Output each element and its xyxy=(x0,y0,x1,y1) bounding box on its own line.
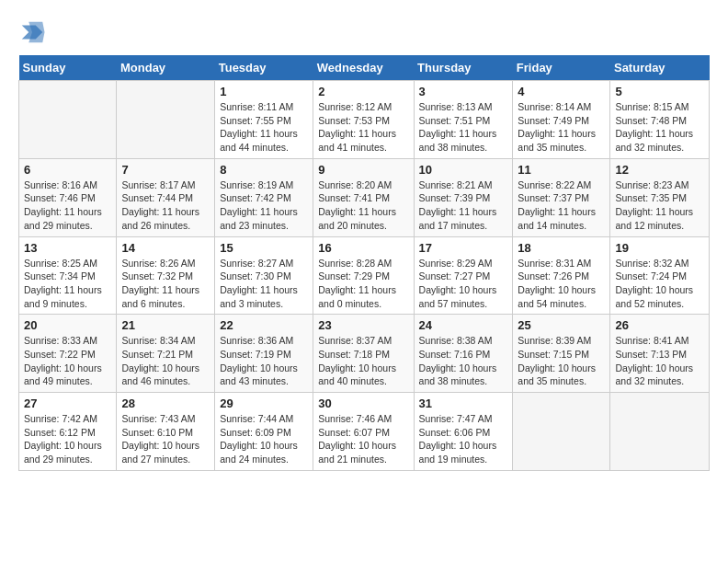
week-row-3: 13Sunrise: 8:25 AMSunset: 7:34 PMDayligh… xyxy=(19,236,710,315)
day-cell: 1Sunrise: 8:11 AMSunset: 7:55 PMDaylight… xyxy=(215,81,313,159)
day-cell: 23Sunrise: 8:37 AMSunset: 7:18 PMDayligh… xyxy=(313,315,414,393)
day-info: Sunrise: 8:12 AMSunset: 7:53 PMDaylight:… xyxy=(318,100,408,155)
day-number: 18 xyxy=(518,241,605,255)
day-cell: 18Sunrise: 8:31 AMSunset: 7:26 PMDayligh… xyxy=(513,236,610,315)
day-info: Sunrise: 8:11 AMSunset: 7:55 PMDaylight:… xyxy=(220,100,308,155)
day-info: Sunrise: 7:47 AMSunset: 6:06 PMDaylight:… xyxy=(419,412,508,466)
day-cell: 22Sunrise: 8:36 AMSunset: 7:19 PMDayligh… xyxy=(215,315,313,393)
day-info: Sunrise: 8:28 AMSunset: 7:29 PMDaylight:… xyxy=(318,257,408,311)
day-cell: 20Sunrise: 8:33 AMSunset: 7:22 PMDayligh… xyxy=(19,315,117,393)
week-row-1: 1Sunrise: 8:11 AMSunset: 7:55 PMDaylight… xyxy=(19,81,710,159)
day-cell xyxy=(610,393,710,471)
day-cell xyxy=(117,81,215,159)
day-number: 14 xyxy=(121,241,210,255)
day-number: 16 xyxy=(318,241,408,255)
day-cell: 21Sunrise: 8:34 AMSunset: 7:21 PMDayligh… xyxy=(117,315,215,393)
day-info: Sunrise: 8:34 AMSunset: 7:21 PMDaylight:… xyxy=(121,334,210,388)
week-row-4: 20Sunrise: 8:33 AMSunset: 7:22 PMDayligh… xyxy=(19,315,710,393)
day-cell xyxy=(513,393,610,471)
weekday-saturday: Saturday xyxy=(610,55,710,81)
day-info: Sunrise: 7:43 AMSunset: 6:10 PMDaylight:… xyxy=(121,412,210,466)
day-number: 6 xyxy=(24,163,111,177)
day-cell: 28Sunrise: 7:43 AMSunset: 6:10 PMDayligh… xyxy=(117,393,215,471)
day-info: Sunrise: 8:27 AMSunset: 7:30 PMDaylight:… xyxy=(220,257,308,311)
day-info: Sunrise: 8:16 AMSunset: 7:46 PMDaylight:… xyxy=(24,178,111,233)
day-number: 23 xyxy=(318,318,408,332)
day-cell: 31Sunrise: 7:47 AMSunset: 6:06 PMDayligh… xyxy=(414,393,513,471)
day-info: Sunrise: 7:46 AMSunset: 6:07 PMDaylight:… xyxy=(318,412,408,466)
day-cell: 19Sunrise: 8:32 AMSunset: 7:24 PMDayligh… xyxy=(610,236,710,315)
day-cell: 10Sunrise: 8:21 AMSunset: 7:39 PMDayligh… xyxy=(414,158,513,236)
day-number: 3 xyxy=(419,85,508,98)
day-number: 4 xyxy=(518,85,605,98)
day-cell: 11Sunrise: 8:22 AMSunset: 7:37 PMDayligh… xyxy=(513,158,610,236)
day-number: 24 xyxy=(419,318,508,332)
day-info: Sunrise: 8:13 AMSunset: 7:51 PMDaylight:… xyxy=(419,100,508,155)
day-cell: 6Sunrise: 8:16 AMSunset: 7:46 PMDaylight… xyxy=(19,158,117,236)
day-number: 31 xyxy=(419,396,508,410)
weekday-monday: Monday xyxy=(117,55,215,81)
day-cell: 4Sunrise: 8:14 AMSunset: 7:49 PMDaylight… xyxy=(513,81,610,159)
day-number: 29 xyxy=(220,396,308,410)
day-number: 9 xyxy=(318,163,408,177)
day-number: 15 xyxy=(220,241,308,255)
day-number: 17 xyxy=(419,241,508,255)
day-cell: 14Sunrise: 8:26 AMSunset: 7:32 PMDayligh… xyxy=(117,236,215,315)
logo xyxy=(18,18,50,46)
day-number: 7 xyxy=(121,163,210,177)
day-number: 19 xyxy=(615,241,704,255)
day-info: Sunrise: 8:41 AMSunset: 7:13 PMDaylight:… xyxy=(615,334,704,388)
day-info: Sunrise: 8:29 AMSunset: 7:27 PMDaylight:… xyxy=(419,257,508,311)
week-row-2: 6Sunrise: 8:16 AMSunset: 7:46 PMDaylight… xyxy=(19,158,710,236)
day-cell: 12Sunrise: 8:23 AMSunset: 7:35 PMDayligh… xyxy=(610,158,710,236)
day-cell: 24Sunrise: 8:38 AMSunset: 7:16 PMDayligh… xyxy=(414,315,513,393)
day-info: Sunrise: 8:23 AMSunset: 7:35 PMDaylight:… xyxy=(615,178,704,233)
day-info: Sunrise: 8:37 AMSunset: 7:18 PMDaylight:… xyxy=(318,334,408,388)
day-info: Sunrise: 8:20 AMSunset: 7:41 PMDaylight:… xyxy=(318,178,408,233)
day-info: Sunrise: 7:42 AMSunset: 6:12 PMDaylight:… xyxy=(24,412,111,466)
day-cell: 7Sunrise: 8:17 AMSunset: 7:44 PMDaylight… xyxy=(117,158,215,236)
day-cell: 25Sunrise: 8:39 AMSunset: 7:15 PMDayligh… xyxy=(513,315,610,393)
day-info: Sunrise: 8:31 AMSunset: 7:26 PMDaylight:… xyxy=(518,257,605,311)
calendar-table: SundayMondayTuesdayWednesdayThursdayFrid… xyxy=(18,55,710,471)
weekday-tuesday: Tuesday xyxy=(215,55,313,81)
day-info: Sunrise: 8:36 AMSunset: 7:19 PMDaylight:… xyxy=(220,334,308,388)
day-cell: 13Sunrise: 8:25 AMSunset: 7:34 PMDayligh… xyxy=(19,236,117,315)
day-info: Sunrise: 8:38 AMSunset: 7:16 PMDaylight:… xyxy=(419,334,508,388)
day-number: 27 xyxy=(24,396,111,410)
day-number: 30 xyxy=(318,396,408,410)
day-cell xyxy=(19,81,117,159)
day-number: 11 xyxy=(518,163,605,177)
day-number: 5 xyxy=(615,85,704,98)
day-info: Sunrise: 8:33 AMSunset: 7:22 PMDaylight:… xyxy=(24,334,111,388)
day-info: Sunrise: 8:15 AMSunset: 7:48 PMDaylight:… xyxy=(615,100,704,155)
day-number: 20 xyxy=(24,318,111,332)
day-info: Sunrise: 8:17 AMSunset: 7:44 PMDaylight:… xyxy=(121,178,210,233)
day-cell: 5Sunrise: 8:15 AMSunset: 7:48 PMDaylight… xyxy=(610,81,710,159)
day-info: Sunrise: 8:14 AMSunset: 7:49 PMDaylight:… xyxy=(518,100,605,155)
day-cell: 3Sunrise: 8:13 AMSunset: 7:51 PMDaylight… xyxy=(414,81,513,159)
week-row-5: 27Sunrise: 7:42 AMSunset: 6:12 PMDayligh… xyxy=(19,393,710,471)
day-cell: 17Sunrise: 8:29 AMSunset: 7:27 PMDayligh… xyxy=(414,236,513,315)
day-info: Sunrise: 8:26 AMSunset: 7:32 PMDaylight:… xyxy=(121,257,210,311)
page-header xyxy=(18,18,710,46)
day-info: Sunrise: 8:19 AMSunset: 7:42 PMDaylight:… xyxy=(220,178,308,233)
weekday-friday: Friday xyxy=(513,55,610,81)
day-info: Sunrise: 8:22 AMSunset: 7:37 PMDaylight:… xyxy=(518,178,605,233)
day-number: 25 xyxy=(518,318,605,332)
day-number: 10 xyxy=(419,163,508,177)
day-number: 28 xyxy=(121,396,210,410)
day-cell: 26Sunrise: 8:41 AMSunset: 7:13 PMDayligh… xyxy=(610,315,710,393)
day-info: Sunrise: 8:21 AMSunset: 7:39 PMDaylight:… xyxy=(419,178,508,233)
weekday-sunday: Sunday xyxy=(19,55,117,81)
day-info: Sunrise: 8:39 AMSunset: 7:15 PMDaylight:… xyxy=(518,334,605,388)
day-cell: 8Sunrise: 8:19 AMSunset: 7:42 PMDaylight… xyxy=(215,158,313,236)
weekday-header-row: SundayMondayTuesdayWednesdayThursdayFrid… xyxy=(19,55,710,81)
day-cell: 15Sunrise: 8:27 AMSunset: 7:30 PMDayligh… xyxy=(215,236,313,315)
day-info: Sunrise: 8:25 AMSunset: 7:34 PMDaylight:… xyxy=(24,257,111,311)
day-cell: 16Sunrise: 8:28 AMSunset: 7:29 PMDayligh… xyxy=(313,236,414,315)
day-number: 2 xyxy=(318,85,408,98)
day-cell: 27Sunrise: 7:42 AMSunset: 6:12 PMDayligh… xyxy=(19,393,117,471)
weekday-wednesday: Wednesday xyxy=(313,55,414,81)
day-number: 22 xyxy=(220,318,308,332)
